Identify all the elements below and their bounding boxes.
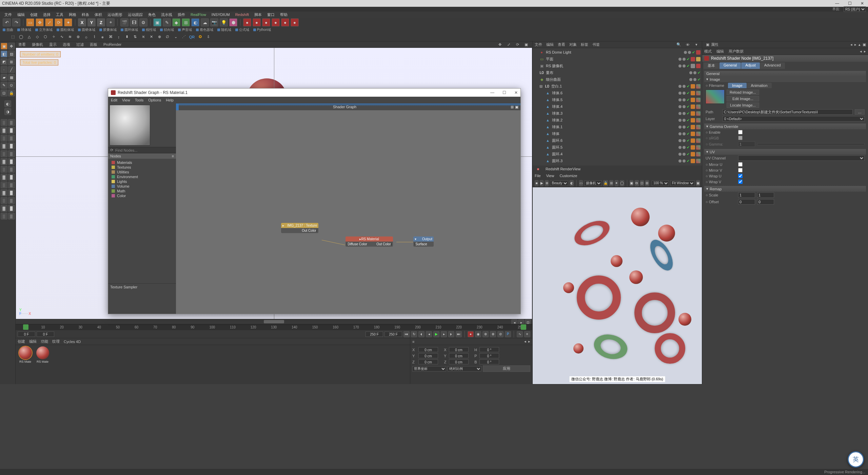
object-row[interactable]: ▣RS 摄像机✔ bbox=[534, 62, 701, 69]
vis-editor-dot[interactable] bbox=[689, 78, 692, 81]
brush-icon[interactable]: █ bbox=[8, 127, 15, 134]
brush-icon[interactable]: ░ bbox=[1, 135, 7, 141]
menu-pipeline[interactable]: 流水线 bbox=[159, 12, 175, 17]
snap-icon[interactable]: ⊡ bbox=[1, 90, 7, 96]
tag-icon[interactable] bbox=[696, 159, 701, 163]
out-port[interactable] bbox=[391, 242, 392, 246]
viewport-solo-icon[interactable]: ◐ bbox=[4, 100, 11, 107]
rv-grid-icon[interactable]: ⊞ bbox=[609, 180, 613, 186]
tag-icon[interactable] bbox=[696, 84, 701, 89]
rv-menu-view[interactable]: View bbox=[546, 174, 554, 178]
field-item[interactable]: Python域 bbox=[253, 27, 271, 32]
enable-checkbox[interactable] bbox=[738, 130, 743, 134]
vis-editor-dot[interactable] bbox=[678, 159, 682, 163]
enable-check-icon[interactable]: ✔ bbox=[687, 104, 690, 109]
field-item[interactable]: 立方体域 bbox=[35, 27, 53, 32]
uv-mode-icon[interactable]: ▦ bbox=[8, 74, 15, 81]
brush-icon[interactable]: ▒ bbox=[8, 135, 15, 141]
enable-check-icon[interactable]: ✔ bbox=[687, 132, 690, 136]
tool-icon[interactable]: ☼ bbox=[83, 34, 90, 40]
brush-icon[interactable]: ▒ bbox=[8, 119, 15, 126]
brush-icon[interactable]: ░ bbox=[1, 197, 7, 204]
tool-icon[interactable]: ↕ bbox=[115, 34, 122, 40]
coord-mode-b[interactable]: 绝对比例 bbox=[448, 366, 481, 372]
sg-menu-edit[interactable]: Edit bbox=[111, 98, 117, 102]
pos-field[interactable]: 0 cm bbox=[418, 353, 438, 358]
lock-icon[interactable]: 🔒 bbox=[8, 90, 15, 96]
sg-min-button[interactable]: — bbox=[490, 90, 494, 95]
dope-icon[interactable]: ≡ bbox=[524, 331, 530, 337]
vis-editor-dot[interactable] bbox=[678, 92, 682, 95]
brush-icon[interactable]: ░ bbox=[1, 119, 7, 126]
viewport-hscroll[interactable]: ◂▸⊡ bbox=[16, 319, 532, 324]
tool-icon[interactable]: QR bbox=[189, 34, 195, 40]
max-button[interactable]: ☐ bbox=[846, 1, 854, 6]
vp-nav-zoom-icon[interactable]: ⤢ bbox=[505, 41, 512, 48]
rs-env-icon[interactable]: ● bbox=[281, 18, 289, 26]
tag-icon[interactable] bbox=[696, 50, 701, 55]
tab-adjust[interactable]: Adjust bbox=[741, 62, 760, 69]
rv-compare-icon[interactable]: ◯ bbox=[620, 180, 624, 186]
sg-category[interactable]: Environment bbox=[110, 174, 174, 179]
key-rot-icon[interactable]: ⊘ bbox=[497, 331, 504, 337]
enable-check-icon[interactable]: ✔ bbox=[687, 98, 690, 102]
path-field[interactable] bbox=[723, 109, 853, 115]
brush-icon[interactable]: █ bbox=[8, 142, 15, 149]
timeline-ruler[interactable]: 0102030405060708090100110120130140150160… bbox=[16, 324, 532, 330]
model-mode-icon[interactable]: ◧ bbox=[1, 51, 7, 57]
add-cube-icon[interactable]: ▣ bbox=[153, 18, 161, 26]
vis-render-dot[interactable] bbox=[683, 85, 686, 88]
rv-max-icon[interactable]: ▣ bbox=[696, 180, 700, 186]
rv-copy-icon[interactable]: ⧉ bbox=[635, 180, 638, 186]
tool-icon[interactable]: ⬍ bbox=[123, 34, 130, 40]
rs-proxy-icon[interactable]: ● bbox=[291, 18, 299, 26]
vis-render-dot[interactable] bbox=[683, 132, 686, 135]
scale-b[interactable] bbox=[757, 192, 774, 198]
rv-zoom-select[interactable]: 100 % bbox=[652, 180, 669, 186]
vis-editor-dot[interactable] bbox=[678, 153, 682, 156]
menu-plugins[interactable]: 插件 bbox=[175, 12, 188, 17]
field-item[interactable]: 球体域 bbox=[17, 27, 31, 32]
section-image[interactable]: ▾ Image bbox=[704, 76, 866, 82]
coord-mode-a[interactable]: 世界坐标 bbox=[412, 366, 446, 372]
mirroru-checkbox[interactable] bbox=[738, 162, 743, 167]
tool-icon[interactable]: ⌇ bbox=[91, 34, 98, 40]
vis-editor-dot[interactable] bbox=[678, 98, 682, 101]
close-button[interactable]: ✕ bbox=[859, 1, 866, 6]
sg-menu-options[interactable]: Options bbox=[148, 98, 161, 102]
record-icon[interactable]: ● bbox=[468, 331, 474, 337]
object-row[interactable]: ▲球体✔ bbox=[534, 130, 701, 137]
sg-category[interactable]: Volume bbox=[110, 184, 174, 189]
offset-a[interactable] bbox=[738, 199, 755, 205]
object-row[interactable]: ⊟L0空白.1✔ bbox=[534, 83, 701, 90]
tool-icon[interactable]: ⊕ bbox=[156, 34, 163, 40]
enable-check-icon[interactable]: ✔ bbox=[687, 111, 690, 116]
vis-render-dot[interactable] bbox=[693, 78, 696, 81]
tag-icon[interactable] bbox=[696, 152, 701, 156]
objmgr-menu-edit[interactable]: 编辑 bbox=[546, 42, 554, 47]
poly-mode-icon[interactable]: ▰ bbox=[1, 74, 7, 81]
rv-aov-select[interactable]: Beauty bbox=[550, 180, 568, 186]
vis-editor-dot[interactable] bbox=[678, 126, 682, 129]
mat-menu-create[interactable]: 创建 bbox=[18, 339, 25, 344]
field-item[interactable]: 径向域 bbox=[160, 27, 174, 32]
tool-icon[interactable]: ⋰ bbox=[180, 34, 187, 40]
axis-icon[interactable]: ✥ bbox=[8, 43, 15, 50]
scale-tool-icon[interactable]: ⤢ bbox=[45, 18, 53, 26]
autokey-icon[interactable]: ◉ bbox=[475, 331, 481, 337]
coord-menu-icon[interactable]: ≡ bbox=[412, 340, 414, 344]
arrow-icon[interactable]: ▾ bbox=[693, 41, 700, 48]
tool-icon[interactable]: ⇩ bbox=[205, 34, 212, 40]
next-frame-icon[interactable]: ▸ bbox=[441, 331, 447, 337]
rv-camera-select[interactable]: 摄像机 bbox=[584, 180, 602, 186]
object-row[interactable]: L0量布✔ bbox=[534, 69, 701, 76]
objmgr-menu-view[interactable]: 查看 bbox=[558, 42, 565, 47]
vis-render-dot[interactable] bbox=[683, 112, 686, 115]
tag-icon[interactable] bbox=[691, 138, 695, 143]
rv-settings-icon[interactable]: ⊞ bbox=[645, 180, 649, 186]
tag-icon[interactable] bbox=[696, 138, 701, 143]
rv-render-icon[interactable]: ■ bbox=[535, 180, 538, 186]
xray-icon[interactable]: ◑ bbox=[4, 108, 11, 115]
apply-button[interactable]: 应用 bbox=[483, 365, 530, 372]
menu-select[interactable]: 选择 bbox=[41, 12, 53, 17]
